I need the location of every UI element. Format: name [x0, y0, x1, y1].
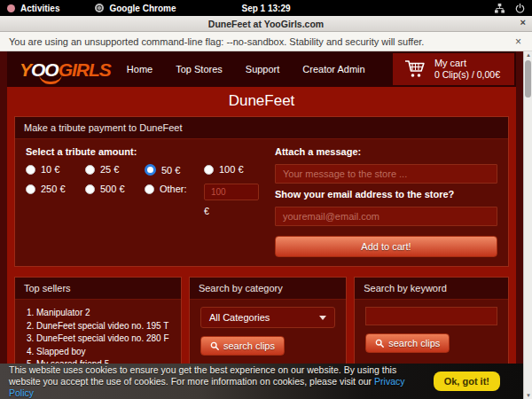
- search-category-panel: Search by category All Categories search…: [189, 277, 347, 366]
- cart-title: My cart: [434, 58, 500, 69]
- radio-other-icon[interactable]: [145, 184, 154, 194]
- search-icon: [210, 341, 219, 350]
- category-select[interactable]: All Categories: [200, 307, 335, 328]
- top-sellers-panel: Top sellers Manipulator 2 DuneFeet speci…: [14, 277, 182, 366]
- network-icon[interactable]: [495, 4, 505, 13]
- scroll-down-icon[interactable]: ▼: [524, 393, 532, 398]
- list-item[interactable]: DuneFeet special video no. 280 F: [36, 332, 181, 346]
- scrollbar-thumb[interactable]: [525, 60, 531, 98]
- search-icon: [375, 339, 384, 348]
- radio-50-icon[interactable]: [145, 164, 156, 176]
- amount-row-1: 10 € 25 € 50 € 100 €: [26, 164, 259, 176]
- tribute-panel: Make a tribute payment to DuneFeet Selec…: [14, 116, 509, 267]
- system-top-bar: Activities Google Chrome Sep 1 13:29: [0, 0, 532, 16]
- site-nav: YOOGIRLS Home Top Stores Support Creator…: [7, 51, 516, 87]
- cookie-accept-button[interactable]: Ok, got it!: [434, 372, 500, 391]
- radio-100-icon[interactable]: [204, 165, 214, 175]
- nav-item-home[interactable]: Home: [127, 64, 153, 74]
- category-selected-value: All Categories: [209, 312, 270, 323]
- amount-option-250[interactable]: 250 €: [26, 184, 85, 194]
- warning-close-icon[interactable]: ×: [515, 35, 521, 48]
- top-sellers-header: Top sellers: [15, 278, 181, 300]
- cookie-banner: This website uses cookies to ensure you …: [0, 364, 523, 399]
- search-keyword-panel: Search by keyword search clips: [354, 277, 509, 366]
- browser-viewport: YOOGIRLS Home Top Stores Support Creator…: [0, 51, 532, 399]
- logo-y: Y: [20, 59, 31, 80]
- warning-bar: You are using an unsupported command-lin…: [0, 32, 532, 51]
- radio-250-icon[interactable]: [26, 184, 35, 194]
- tribute-panel-header: Make a tribute payment to DuneFeet: [15, 117, 508, 139]
- search-clips-keyword-button[interactable]: search clips: [365, 333, 450, 353]
- nav-item-creator-admin[interactable]: Creator Admin: [302, 64, 364, 74]
- window-title: DuneFeet at YooGirls.com: [208, 19, 324, 29]
- cart-summary: 0 Clip(s) / 0,00€: [434, 69, 500, 81]
- list-item[interactable]: Manipulator 2: [36, 307, 181, 320]
- radio-10-icon[interactable]: [26, 165, 35, 175]
- screen: Activities Google Chrome Sep 1 13:29 Dun…: [0, 0, 532, 399]
- list-item[interactable]: DuneFeet special video no. 195 T: [36, 320, 181, 333]
- scroll-up-icon[interactable]: ▲: [524, 52, 532, 58]
- currency-label: €: [204, 206, 259, 216]
- amount-option-10[interactable]: 10 €: [26, 164, 85, 175]
- site-logo[interactable]: YOOGIRLS: [20, 60, 111, 79]
- clock[interactable]: Sep 1 13:29: [0, 4, 532, 13]
- logo-girls: GIRLS: [59, 59, 111, 80]
- nav-item-top-stores[interactable]: Top Stores: [176, 64, 223, 74]
- tribute-amount-label: Select a tribute amount:: [26, 146, 259, 157]
- amount-option-25[interactable]: 25 €: [85, 164, 145, 175]
- amount-option-500[interactable]: 500 €: [85, 184, 145, 194]
- message-label: Attach a message:: [275, 146, 497, 157]
- email-input[interactable]: [275, 207, 497, 226]
- add-to-cart-button[interactable]: Add to cart!: [275, 236, 497, 257]
- amount-option-50[interactable]: 50 €: [145, 164, 204, 176]
- page-container: YOOGIRLS Home Top Stores Support Creator…: [7, 51, 516, 399]
- bottom-panels: Top sellers Manipulator 2 DuneFeet speci…: [14, 277, 509, 366]
- chevron-down-icon: [319, 316, 326, 320]
- radio-500-icon[interactable]: [85, 184, 95, 194]
- cart-icon: [403, 58, 426, 81]
- amount-option-100[interactable]: 100 €: [204, 164, 259, 175]
- email-label: Show your email address to the store?: [275, 189, 497, 200]
- cookie-text: This website uses cookies to ensure you …: [9, 364, 419, 399]
- window-titlebar[interactable]: DuneFeet at YooGirls.com ×: [0, 16, 532, 32]
- search-clips-category-button[interactable]: search clips: [200, 336, 285, 356]
- nav-item-support[interactable]: Support: [246, 64, 280, 74]
- amount-row-2: 250 € 500 € Other: €: [26, 184, 259, 216]
- amount-option-other[interactable]: Other:: [145, 184, 204, 194]
- radio-25-icon[interactable]: [85, 165, 95, 175]
- list-item[interactable]: Slapped boy: [36, 346, 181, 359]
- my-cart-button[interactable]: My cart 0 Clip(s) / 0,00€: [393, 53, 514, 85]
- search-category-header: Search by category: [190, 278, 346, 300]
- other-amount-input[interactable]: [204, 184, 259, 200]
- power-icon[interactable]: [515, 4, 525, 13]
- nav-menu: Home Top Stores Support Creator Admin: [127, 64, 365, 74]
- message-input[interactable]: [275, 164, 497, 184]
- logo-smile-shape: [39, 74, 62, 84]
- top-sellers-list: Manipulator 2 DuneFeet special video no.…: [36, 307, 181, 372]
- page-scrollbar[interactable]: ▲ ▼: [523, 51, 532, 399]
- warning-text: You are using an unsupported command-lin…: [9, 36, 424, 47]
- keyword-input[interactable]: [365, 307, 497, 325]
- window-close-icon[interactable]: ×: [520, 17, 526, 27]
- page-title: DuneFeet: [7, 87, 516, 116]
- search-keyword-header: Search by keyword: [355, 278, 508, 300]
